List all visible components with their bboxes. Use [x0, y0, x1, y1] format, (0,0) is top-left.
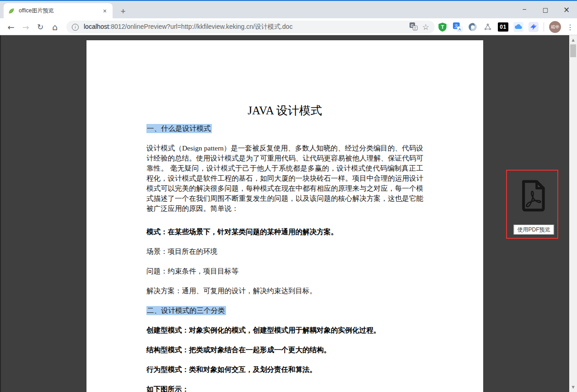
swirl-ring-extension-icon[interactable]	[468, 22, 478, 32]
spring-leaf-favicon	[8, 7, 15, 15]
pdf-file-icon	[518, 177, 548, 214]
address-bar[interactable]: i localhost:8012/onlinePreview?url=http:…	[66, 21, 435, 33]
01-badge-extension-icon[interactable]: 01	[498, 22, 508, 32]
extensions-row: T 文 A 01	[437, 21, 574, 33]
svg-text:A: A	[458, 27, 461, 32]
sitemap-extension-icon[interactable]	[483, 22, 493, 32]
back-button[interactable]: ←	[4, 20, 18, 34]
scrollbar-down-icon[interactable]: ▼	[569, 383, 577, 391]
window-close-button[interactable]: ×	[556, 1, 577, 18]
window-top-border	[0, 0, 577, 1]
doc-line-bold: 行为型模式：类和对象如何交互，及划分责任和算法。	[146, 365, 423, 375]
doc-line-bold: 创建型模式：对象实例化的模式，创建型模式用于解耦对象的实例化过程。	[146, 325, 423, 335]
new-tab-button[interactable]: +	[117, 5, 129, 17]
document-page: JAVA 设计模式 一、什么是设计模式 设计模式（Design pattern）…	[86, 40, 483, 392]
minimize-button[interactable]: ─	[514, 1, 535, 18]
doc-line: 场景：项目所在的环境	[146, 247, 423, 257]
tab-close-icon[interactable]: ×	[101, 7, 108, 15]
doc-line-bold: 如下图所示：	[146, 384, 423, 392]
translate-page-icon[interactable]: G 文	[409, 22, 418, 32]
viewer-canvas: JAVA 设计模式 一、什么是设计模式 设计模式（Design pattern）…	[0, 35, 577, 392]
toolbar-separator	[544, 22, 544, 32]
doc-paragraph: 设计模式（Design pattern）是一套被反复使用、多数人知晓的、经过分类…	[146, 143, 423, 214]
tab-title: office图片预览	[19, 7, 101, 15]
browser-tab[interactable]: office图片预览 ×	[4, 3, 113, 18]
window-titlebar: office图片预览 × + ─ □ ×	[0, 1, 577, 18]
scrollbar-up-icon[interactable]: ▲	[569, 36, 577, 44]
url-host: localhost	[84, 23, 109, 30]
scrollbar-thumb[interactable]	[570, 44, 576, 57]
doc-line-bold: 结构型模式：把类或对象结合在一起形成一个更大的结构。	[146, 345, 423, 355]
browser-menu-icon[interactable]: ⋮	[566, 23, 574, 32]
maximize-button[interactable]: □	[535, 1, 556, 18]
bird-extension-icon[interactable]	[528, 22, 539, 32]
doc-title: JAVA 设计模式	[146, 103, 423, 118]
svg-text:文: 文	[413, 26, 416, 29]
translate-extension-icon[interactable]: 文 A	[453, 22, 463, 32]
pdf-preview-tooltip: 使用PDF预览	[514, 225, 554, 235]
shield-extension-icon[interactable]: T	[437, 22, 448, 32]
home-button[interactable]: ⌂	[48, 20, 62, 34]
url-path: :8012/onlinePreview?url=http://kkfilevie…	[109, 23, 292, 30]
site-info-icon[interactable]: i	[72, 24, 79, 31]
page-scrollbar[interactable]: ▲ ▼	[569, 35, 577, 392]
doc-heading: 一、什么是设计模式	[146, 124, 423, 134]
doc-line: 解决方案：通用、可复用的设计，解决约束达到目标。	[146, 286, 423, 296]
reload-button[interactable]: ↻	[33, 20, 47, 34]
bookmark-star-icon[interactable]: ☆	[422, 22, 429, 32]
doc-line-bold: 模式：在某些场景下，针对某类问题的某种通用的解决方案。	[146, 227, 423, 237]
svg-text:T: T	[441, 24, 444, 30]
doc-heading: 二、设计模式的三个分类	[146, 306, 423, 316]
window-left-border	[0, 35, 1, 392]
doc-line: 问题：约束条件，项目目标等	[146, 266, 423, 276]
browser-toolbar: ← → ↻ ⌂ i localhost:8012/onlinePreview?u…	[0, 18, 577, 35]
pdf-preview-button[interactable]: 使用PDF预览	[506, 170, 558, 239]
cloud-extension-icon[interactable]	[513, 22, 523, 32]
window-controls: ─ □ ×	[514, 1, 577, 18]
url-text[interactable]: localhost:8012/onlinePreview?url=http://…	[84, 23, 404, 31]
profile-avatar[interactable]: 精华	[549, 21, 561, 33]
forward-button: →	[19, 20, 32, 34]
